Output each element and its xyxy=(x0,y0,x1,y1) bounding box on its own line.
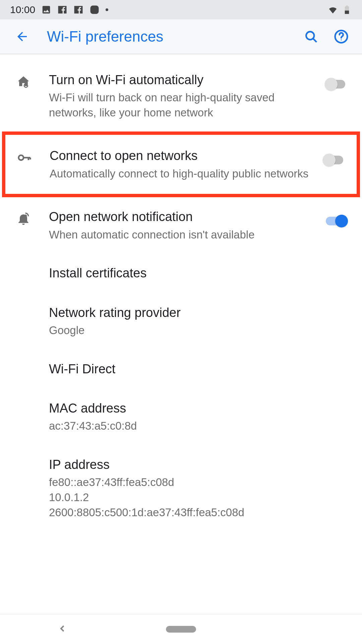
open-networks-toggle[interactable] xyxy=(324,154,348,166)
setting-title: Install certificates xyxy=(49,265,343,281)
open-notification-toggle[interactable] xyxy=(326,215,350,227)
setting-subtitle: Google xyxy=(49,323,343,338)
auto-wifi-toggle[interactable] xyxy=(326,78,350,91)
status-time: 10:00 xyxy=(10,4,35,15)
setting-title: Connect to open networks xyxy=(50,148,317,164)
setting-subtitle: Automatically connect to high‑quality pu… xyxy=(50,166,317,181)
nav-home-pill[interactable] xyxy=(166,626,196,633)
setting-wifi-direct[interactable]: Wi‑Fi Direct xyxy=(0,350,362,389)
wifi-icon xyxy=(328,5,338,15)
setting-install-certificates[interactable]: Install certificates xyxy=(0,254,362,293)
ip-line-3: 2600:8805:c500:1d:ae37:43ff:fea5:c08d xyxy=(49,505,343,520)
system-nav-bar xyxy=(0,614,362,644)
more-notifications-dot xyxy=(106,8,108,11)
help-button[interactable] xyxy=(333,28,350,45)
setting-mac-address: MAC address ac:37:43:a5:c0:8d xyxy=(0,389,362,445)
setting-title: Open network notification xyxy=(49,209,319,225)
svg-point-7 xyxy=(19,155,24,160)
setting-open-notification[interactable]: Open network notification When automatic… xyxy=(0,197,362,254)
back-button[interactable] xyxy=(14,29,30,45)
key-icon xyxy=(11,148,38,165)
setting-title: Wi‑Fi Direct xyxy=(49,361,343,377)
svg-line-4 xyxy=(313,39,317,42)
annotation-highlight: Connect to open networks Automatically c… xyxy=(2,131,360,197)
page-title: Wi‑Fi preferences xyxy=(47,28,290,45)
facebook-icon xyxy=(57,5,67,15)
svg-point-2 xyxy=(97,7,98,8)
status-bar: 10:00 xyxy=(0,0,362,19)
ip-line-1: fe80::ae37:43ff:fea5:c08d xyxy=(49,475,343,490)
setting-ip-address: IP address fe80::ae37:43ff:fea5:c08d 10.… xyxy=(0,445,362,531)
search-button[interactable] xyxy=(302,28,320,45)
setting-rating-provider[interactable]: Network rating provider Google xyxy=(0,293,362,350)
setting-title: Network rating provider xyxy=(49,305,343,321)
setting-subtitle: Wi‑Fi will turn back on near high‑qualit… xyxy=(49,90,319,120)
instagram-icon xyxy=(89,5,100,15)
setting-open-networks[interactable]: Connect to open networks Automatically c… xyxy=(5,135,357,194)
image-icon xyxy=(41,5,51,15)
battery-icon xyxy=(342,5,352,15)
facebook-icon xyxy=(73,5,83,15)
setting-title: IP address xyxy=(49,457,343,473)
svg-point-1 xyxy=(93,8,96,11)
setting-title: MAC address xyxy=(49,400,343,417)
setting-subtitle: ac:37:43:a5:c0:8d xyxy=(49,419,343,434)
bell-wifi-icon xyxy=(10,209,37,226)
ip-line-2: 10.0.1.2 xyxy=(49,490,343,505)
home-refresh-icon xyxy=(10,72,37,89)
setting-subtitle: When automatic connection isn't availabl… xyxy=(49,227,319,243)
setting-title: Turn on Wi‑Fi automatically xyxy=(49,72,319,88)
setting-auto-wifi[interactable]: Turn on Wi‑Fi automatically Wi‑Fi will t… xyxy=(0,60,362,131)
settings-list: Turn on Wi‑Fi automatically Wi‑Fi will t… xyxy=(0,54,362,614)
nav-back-button[interactable] xyxy=(57,623,68,635)
app-bar: Wi‑Fi preferences xyxy=(0,19,362,54)
svg-point-3 xyxy=(306,32,314,40)
svg-point-6 xyxy=(341,40,342,41)
